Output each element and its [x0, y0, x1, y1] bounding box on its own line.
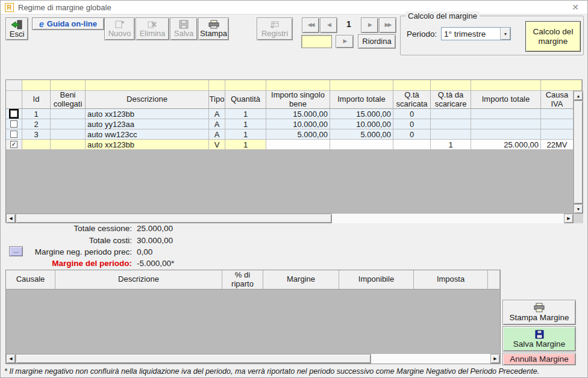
table-row[interactable]: 3 auto ww123cc A 1 5.000,00 5.000,00 0 — [6, 129, 582, 140]
nav-first-button[interactable]: ◀◀ — [302, 17, 319, 33]
printer-icon — [208, 20, 220, 29]
salva-button[interactable]: Salva — [170, 17, 198, 40]
hscroll-track[interactable] — [371, 354, 490, 364]
esci-button[interactable]: Esci — [5, 17, 28, 40]
row-select-cell[interactable] — [6, 119, 22, 129]
cell-causa-iva: 22MV — [541, 140, 574, 150]
periodo-select[interactable]: 1° trimestre ▼ — [441, 27, 511, 40]
cell-causa-iva — [541, 129, 574, 140]
registri-button[interactable]: Registri — [257, 17, 293, 40]
cell-importo-singolo: 5.000,00 — [266, 129, 330, 140]
cell-id — [22, 140, 51, 150]
ie-e-icon: e — [39, 19, 44, 29]
guida-online-button[interactable]: e Guida on-line — [32, 17, 104, 30]
cell-importo-totale — [330, 140, 393, 150]
go-arrow-icon: ▶ — [343, 39, 346, 44]
stampa-button[interactable]: Stampa — [198, 17, 229, 40]
nuovo-button[interactable]: Nuovo — [104, 17, 135, 40]
scroll-left-icon[interactable]: ◀ — [6, 354, 16, 364]
app-icon: R — [5, 3, 14, 12]
filter-cell[interactable] — [431, 80, 471, 91]
filter-cell[interactable] — [209, 80, 225, 91]
cell-beni — [51, 119, 86, 129]
items-horizontal-scrollbar[interactable]: ◀ ▶ — [6, 214, 574, 223]
salva-margine-label: Salva Margine — [513, 339, 565, 349]
salva-margine-button[interactable]: Salva Margine — [502, 326, 576, 352]
row-checkbox[interactable] — [10, 120, 17, 128]
cell-importo-totale: 15.000,00 — [330, 109, 393, 119]
cell-id: 2 — [22, 119, 51, 129]
cell-importo-totale-scarico — [471, 119, 541, 129]
elimina-button[interactable]: Elimina — [136, 17, 169, 40]
filter-cell[interactable] — [225, 80, 266, 91]
goto-record-input[interactable] — [301, 35, 332, 48]
items-vertical-scrollbar[interactable]: ▲ ▼ — [574, 91, 583, 214]
hscroll-thumb[interactable] — [16, 354, 371, 364]
cell-beni — [51, 109, 86, 119]
filter-row[interactable] — [6, 80, 582, 91]
cell-causa-iva — [541, 109, 574, 119]
close-icon[interactable]: ✕ — [569, 2, 581, 12]
row-select-cell[interactable] — [6, 109, 22, 119]
filter-cell[interactable] — [266, 80, 330, 91]
table-row[interactable]: 1 auto xx123bb A 1 15.000,00 15.000,00 0 — [6, 109, 582, 119]
prev-record-icon: ◀ — [327, 22, 330, 28]
scroll-right-icon[interactable]: ▶ — [490, 354, 500, 364]
scroll-up-icon[interactable]: ▲ — [574, 91, 583, 101]
periodo-selected-value: 1° trimestre — [442, 29, 500, 39]
nav-prev-button[interactable]: ◀ — [320, 17, 337, 33]
header-importo-totale-2: Importo totale — [471, 91, 541, 109]
calcolo-margine-button[interactable]: Calcolo del margine — [525, 21, 581, 52]
filter-cell[interactable] — [471, 80, 541, 91]
vscroll-thumb[interactable] — [574, 101, 583, 204]
annulla-margine-button[interactable]: Annulla Margine — [502, 353, 576, 365]
salva-label: Salva — [174, 29, 194, 38]
row-select-cell[interactable] — [6, 129, 22, 140]
stampa-margine-button[interactable]: Stampa Margine — [502, 300, 576, 325]
row-select-cell[interactable]: ✓ — [6, 140, 22, 150]
browse-margine-button[interactable]: ... — [9, 246, 23, 256]
filter-cell[interactable] — [330, 80, 393, 91]
filter-cell[interactable] — [393, 80, 431, 91]
nuovo-label: Nuovo — [108, 29, 131, 38]
save-floppy-icon — [535, 330, 544, 339]
nav-next-button[interactable]: ▶ — [361, 17, 378, 33]
filter-cell[interactable] — [86, 80, 209, 91]
riordina-button[interactable]: Riordina — [358, 34, 396, 49]
cell-quantita: 1 — [225, 109, 266, 119]
margin-table: Causale Descrizione % di riparto Margine… — [5, 270, 501, 364]
goto-record-button[interactable]: ▶ — [336, 35, 354, 48]
row-checkbox-checked[interactable]: ✓ — [10, 141, 17, 148]
cell-qta-da-scaricare — [431, 119, 471, 129]
row-checkbox[interactable] — [10, 110, 17, 117]
table-row-selected[interactable]: ✓ auto xx123bb V 1 1 25.000,00 22MV — [6, 140, 582, 150]
totale-cessione-label: Totale cessione: — [23, 224, 132, 233]
scroll-left-icon[interactable]: ◀ — [6, 214, 16, 223]
items-header-row: Id Beni collegati Descrizione Tipo Quant… — [6, 91, 582, 109]
cell-descrizione: auto yy123aa — [86, 119, 209, 129]
chevron-down-icon[interactable]: ▼ — [500, 28, 510, 40]
filter-cell[interactable] — [51, 80, 86, 91]
table-row[interactable]: 2 auto yy123aa A 1 10.000,00 10.000,00 0 — [6, 119, 582, 129]
nav-last-button[interactable]: ▶▶ — [379, 17, 396, 33]
cell-importo-totale: 5.000,00 — [330, 129, 393, 140]
header-imponibile: Imponibile — [339, 270, 414, 290]
scroll-right-icon[interactable]: ▶ — [564, 214, 574, 223]
registri-icon — [269, 20, 280, 29]
cell-qta-scaricata: 0 — [393, 109, 431, 119]
scroll-down-icon[interactable]: ▼ — [574, 204, 583, 214]
delete-record-icon — [147, 20, 158, 29]
header-causale: Causale — [6, 270, 55, 290]
periodo-label: Periodo: — [407, 29, 437, 39]
cell-tipo: V — [209, 140, 225, 150]
hscroll-track[interactable] — [332, 214, 564, 223]
cell-qta-da-scaricare — [431, 109, 471, 119]
row-checkbox[interactable] — [10, 131, 17, 138]
filter-corner-cell — [6, 80, 22, 91]
filter-cell[interactable] — [541, 80, 582, 91]
margin-horizontal-scrollbar[interactable]: ◀ ▶ — [6, 354, 500, 364]
filter-cell[interactable] — [22, 80, 51, 91]
last-record-icon: ▶▶ — [385, 22, 391, 28]
margine-periodo-value: -5.000,00* — [137, 259, 174, 268]
hscroll-thumb[interactable] — [16, 214, 332, 223]
